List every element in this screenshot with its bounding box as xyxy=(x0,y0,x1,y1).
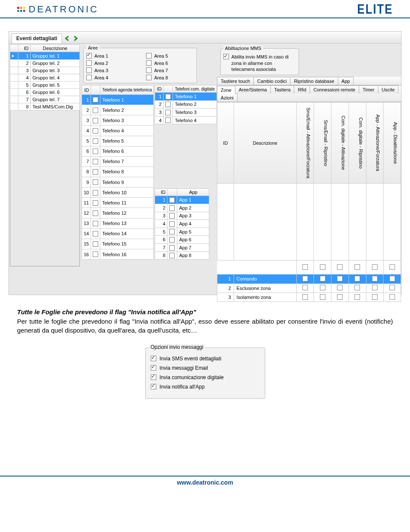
checkbox-icon[interactable] xyxy=(93,128,98,134)
table-row[interactable]: 10Telefono 10 xyxy=(82,187,154,198)
checkbox-icon[interactable] xyxy=(169,245,175,251)
checkbox-icon[interactable] xyxy=(86,75,92,80)
table-row[interactable]: 3Telefono 3 xyxy=(82,115,154,126)
tab-ripristino-database[interactable]: Ripristino database xyxy=(290,77,338,85)
tab-eventi-dettagliati[interactable]: Eventi dettagliati xyxy=(12,33,62,43)
tab-zone[interactable]: Zone xyxy=(217,86,235,94)
area-checkbox-item[interactable]: Area 2 xyxy=(86,60,134,66)
checkbox-icon[interactable] xyxy=(169,229,175,234)
table-row[interactable]: 4Telefono 4 xyxy=(82,126,154,136)
table-row[interactable]: 6Gruppo tel. 6 xyxy=(10,89,80,96)
checkbox-icon[interactable] xyxy=(93,118,98,123)
checkbox-icon[interactable] xyxy=(151,384,156,389)
table-row[interactable]: 4Telefono 4 xyxy=(155,116,217,124)
checkbox-icon[interactable] xyxy=(93,159,98,164)
tab-azioni[interactable]: Azioni xyxy=(217,94,237,102)
tab-timer[interactable]: Timer xyxy=(359,85,378,94)
table-row[interactable]: 1App 1 xyxy=(155,196,209,204)
table-row[interactable]: 7Telefono 7 xyxy=(82,156,154,167)
checkbox-icon[interactable] xyxy=(390,285,395,290)
checkbox-icon[interactable] xyxy=(320,285,325,290)
table-row[interactable]: 5Telefono 5 xyxy=(82,136,154,146)
checkbox-icon[interactable] xyxy=(93,179,98,185)
checkbox-icon[interactable] xyxy=(146,67,152,73)
checkbox-icon[interactable] xyxy=(354,294,360,300)
table-row[interactable]: 1Comando xyxy=(217,275,401,284)
checkbox-icon[interactable] xyxy=(151,374,156,380)
table-row[interactable]: 1Telefono 1 xyxy=(155,93,217,101)
checkbox-icon[interactable] xyxy=(93,169,98,175)
table-row[interactable]: 2Telefono 2 xyxy=(155,100,217,108)
table-row[interactable]: 9Telefono 9 xyxy=(82,177,154,187)
checkbox-icon[interactable] xyxy=(337,285,343,290)
table-row[interactable]: 16Telefono 16 xyxy=(82,249,154,259)
nav-back-icon[interactable] xyxy=(64,35,71,41)
table-row[interactable]: 12Telefono 12 xyxy=(82,208,154,218)
tab-connessioni-remote[interactable]: Connessioni remote xyxy=(310,85,359,94)
table-row[interactable]: 7App 7 xyxy=(155,243,209,251)
checkbox-icon[interactable] xyxy=(390,294,395,300)
checkbox-icon[interactable] xyxy=(93,190,98,196)
table-row[interactable]: 15Telefono 15 xyxy=(82,239,154,249)
checkbox-icon[interactable] xyxy=(372,294,378,300)
table-row[interactable]: 7Gruppo tel. 7 xyxy=(10,96,80,103)
area-checkbox-item[interactable]: Area 4 xyxy=(86,75,134,80)
checkbox-icon[interactable] xyxy=(169,205,175,211)
checkbox-icon[interactable] xyxy=(93,231,98,237)
checkbox-icon[interactable] xyxy=(86,53,92,58)
checkbox-icon[interactable] xyxy=(169,253,175,258)
checkbox-icon[interactable] xyxy=(146,75,152,80)
tab-cambio-codici[interactable]: Cambio codici xyxy=(253,77,290,85)
checkbox-icon[interactable] xyxy=(93,138,98,144)
table-row[interactable]: 2App 2 xyxy=(155,204,209,212)
mms-checkbox[interactable] xyxy=(223,54,229,59)
checkbox-icon[interactable] xyxy=(302,285,308,290)
area-checkbox-item[interactable]: Area 7 xyxy=(146,67,194,73)
checkbox-icon[interactable] xyxy=(169,221,175,227)
checkbox-icon[interactable] xyxy=(86,60,92,66)
option-item[interactable]: Invia messaggi Email xyxy=(151,365,260,371)
nav-forward-icon[interactable] xyxy=(72,35,79,41)
tab-uscite[interactable]: Uscite xyxy=(378,85,399,94)
tab-app[interactable]: App xyxy=(338,77,354,85)
table-row[interactable]: 4App 4 xyxy=(155,220,209,228)
checkbox-icon[interactable] xyxy=(93,221,98,226)
area-checkbox-item[interactable]: Area 6 xyxy=(146,60,194,66)
option-item[interactable]: Invia comunicazione digitale xyxy=(151,374,260,380)
checkbox-icon[interactable] xyxy=(151,365,156,371)
table-row[interactable]: 2Esclusione zona xyxy=(217,284,401,292)
checkbox-icon[interactable] xyxy=(390,276,395,281)
checkbox-icon[interactable] xyxy=(337,276,343,281)
table-row[interactable]: 8Test MMS/Com.Dig xyxy=(10,103,80,111)
table-row[interactable]: 5Gruppo tel. 5 xyxy=(10,82,80,89)
area-checkbox-item[interactable]: Area 3 xyxy=(86,67,134,73)
table-row[interactable]: 6App 6 xyxy=(155,236,209,244)
checkbox-icon[interactable] xyxy=(86,67,92,73)
checkbox-icon[interactable] xyxy=(354,276,360,281)
checkbox-icon[interactable] xyxy=(93,97,98,102)
option-item[interactable]: Invia SMS eventi dettagliati xyxy=(151,356,260,362)
checkbox-icon[interactable] xyxy=(146,53,152,58)
table-row[interactable]: 3Gruppo tel. 3 xyxy=(10,67,80,74)
table-row[interactable]: ▸1Gruppo tel. 1 xyxy=(10,52,80,60)
table-row[interactable]: 2Telefono 2 xyxy=(82,105,154,115)
tab-rfid[interactable]: Rfid xyxy=(294,85,310,94)
checkbox-icon[interactable] xyxy=(146,60,152,66)
option-item[interactable]: Invia notifica all'App xyxy=(151,384,260,390)
checkbox-icon[interactable] xyxy=(337,294,343,300)
checkbox-icon[interactable] xyxy=(93,210,98,216)
checkbox-icon[interactable] xyxy=(169,197,175,203)
checkbox-icon[interactable] xyxy=(302,264,308,270)
checkbox-icon[interactable] xyxy=(169,213,175,219)
checkbox-icon[interactable] xyxy=(93,108,98,113)
checkbox-icon[interactable] xyxy=(165,117,171,123)
table-row[interactable]: 13Telefono 13 xyxy=(82,218,154,228)
table-row[interactable]: 4Gruppo tel. 4 xyxy=(10,74,80,82)
checkbox-icon[interactable] xyxy=(320,294,325,300)
tel-com-grid[interactable]: IDTelefoni com. digitale 1Telefono 12Tel… xyxy=(155,85,217,124)
table-row[interactable]: 5App 5 xyxy=(155,228,209,236)
checkbox-icon[interactable] xyxy=(354,285,360,290)
checkbox-icon[interactable] xyxy=(372,285,378,290)
area-checkbox-item[interactable]: Area 8 xyxy=(146,75,194,80)
checkbox-icon[interactable] xyxy=(93,149,98,154)
